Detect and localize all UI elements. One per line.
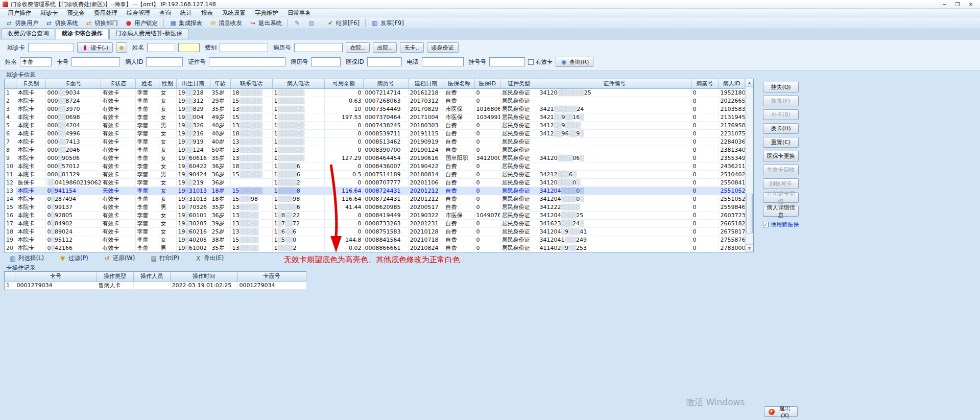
toolbar-button[interactable]: ⇄切换系统 xyxy=(42,18,82,29)
tab-item[interactable]: 门诊病人费用结算-新医保 xyxy=(109,28,188,39)
menu-item[interactable]: 日常事务 xyxy=(283,9,316,17)
scroll-up-icon[interactable]: ▲ xyxy=(746,79,753,87)
key-button[interactable]: ◆ xyxy=(116,42,127,53)
read-id-card-button[interactable]: 读身份证 xyxy=(427,42,459,53)
column-header[interactable]: 联系电话 xyxy=(230,79,272,88)
table-row[interactable]: 6本院卡000▒▒4996有效卡李蕾女19▒▒21640岁18▒▒▒▒▒▒1▒▒… xyxy=(5,129,745,137)
table-row[interactable]: 21本院卡0▒08131有效卡李蕾男19▒5101936岁15▒▒▒▒▒1▒▒▒… xyxy=(5,252,745,252)
menu-item[interactable]: 综合管理 xyxy=(122,9,155,17)
column-header[interactable]: 医保ID xyxy=(474,79,500,88)
menu-item[interactable]: 字典维护 xyxy=(250,9,283,17)
scroll-down-icon[interactable]: ▼ xyxy=(746,244,753,252)
toolbar-button[interactable]: ●用户锁定 xyxy=(122,18,161,29)
toolbar-button[interactable]: ✔结算[F6] xyxy=(323,18,363,29)
table-row[interactable]: 10001279034售病人卡2022-03-19 01:02:25000127… xyxy=(5,281,306,289)
menu-item[interactable]: 就诊卡 xyxy=(36,9,63,17)
column-header[interactable]: 证件编号 xyxy=(538,79,691,88)
visit-card-input[interactable] xyxy=(28,43,74,52)
table-row[interactable]: 11本院卡000▒81329有效卡李蕾男19▒9042436岁15▒▒▒▒▒▒1… xyxy=(5,170,745,178)
column-header[interactable]: 病案号 xyxy=(691,79,719,88)
field-input-4[interactable] xyxy=(367,57,402,66)
column-header[interactable]: 操作人员 xyxy=(133,272,170,281)
toolbar-button[interactable]: ↪退出系统 xyxy=(246,18,285,29)
field-input-1[interactable] xyxy=(146,57,183,66)
scroll-thumb[interactable] xyxy=(746,194,753,234)
no-card-filter-button[interactable]: 无卡.. xyxy=(400,42,424,53)
field-input-5[interactable] xyxy=(422,57,464,66)
table-row[interactable]: 7本院卡000▒▒7413有效卡李蕾女19▒▒91940岁13▒▒▒▒▒▒1▒▒… xyxy=(5,137,745,146)
name-input-1[interactable] xyxy=(147,43,175,52)
table-row[interactable]: 5本院卡000▒▒4204有效卡李蕾男19▒▒32640岁13▒▒▒▒▒▒1▒▒… xyxy=(5,121,745,129)
panel-button[interactable]: 病人详细信息 xyxy=(763,206,799,217)
toolbar-button[interactable]: ⇄切换用户 xyxy=(2,18,42,29)
panel-button[interactable]: 换卡(H) xyxy=(763,123,799,134)
column-header[interactable]: 证件类型 xyxy=(500,79,538,88)
panel-button[interactable]: 失效卡回收 xyxy=(763,165,799,175)
column-header[interactable]: 医保名称 xyxy=(444,79,474,88)
panel-button[interactable]: 打印退卡明细 xyxy=(763,192,799,203)
toolbar-button[interactable]: ✎ xyxy=(290,18,304,28)
column-header[interactable]: 可用余额 xyxy=(324,79,363,88)
grid-toolbar-button[interactable]: ▤打印(P) xyxy=(147,254,182,263)
menu-item[interactable]: 报表 xyxy=(197,9,218,17)
menu-item[interactable]: 系统设置 xyxy=(218,9,250,17)
discharged-filter-button[interactable]: 出院.. xyxy=(373,42,397,53)
query-button[interactable]: ◉ 查询(R) xyxy=(556,57,593,67)
read-card-button[interactable]: ▮ 读卡(-) xyxy=(77,42,113,53)
table-row[interactable]: 3本院卡000▒▒3970有效卡李蕾女19▒▒82935岁13▒▒▒▒▒▒1▒▒… xyxy=(5,105,745,113)
column-header[interactable]: 卡号 xyxy=(15,272,97,281)
table-row[interactable]: 1本院卡000▒▒9034有效卡李蕾女19▒▒21835岁18▒▒▒▒▒▒1▒▒… xyxy=(5,88,745,97)
table-row[interactable]: 16本院卡0▒92805有效卡李蕾女19▒6010136岁13▒▒▒▒▒1▒8▒… xyxy=(5,211,745,219)
table-row[interactable]: 18本院卡0▒89024有效卡李蕾女19▒6021625岁13▒▒▒▒▒1▒6▒… xyxy=(5,227,745,236)
table-row[interactable]: 17本院卡0▒84902有效卡李蕾女19▒3020539岁13▒▒▒▒▒1▒7▒… xyxy=(5,219,745,227)
table-row[interactable]: 10本院卡000▒57012有效卡李蕾女19▒6042236岁18▒▒▒▒▒▒1… xyxy=(5,162,745,170)
column-header[interactable]: 病人电话 xyxy=(272,79,324,88)
grid-toolbar-button[interactable]: ▥列选择(L) xyxy=(6,254,47,263)
inpatient-filter-button[interactable]: 在院.. xyxy=(346,42,370,53)
vertical-scrollbar[interactable]: ▲ ▼ xyxy=(745,79,753,252)
fee-type-input[interactable] xyxy=(220,43,268,52)
maximize-icon[interactable]: ❐ xyxy=(951,1,964,8)
tab-item[interactable]: 收费员综合查询 xyxy=(2,28,55,39)
table-row[interactable]: 14本院卡0▒287494有效卡李蕾女19▒3101318岁15▒▒▒981▒▒… xyxy=(5,195,745,203)
name-query-input[interactable] xyxy=(20,57,52,66)
column-header[interactable]: 病人ID xyxy=(719,79,745,88)
field-input-6[interactable] xyxy=(489,57,525,66)
column-header[interactable]: 卡面号 xyxy=(45,79,101,88)
column-header[interactable]: 性别 xyxy=(159,79,176,88)
column-header[interactable]: 操作时间 xyxy=(170,272,237,281)
table-row[interactable]: 12医保卡▒▒04198602190625有效卡李蕾女19▒▒21936岁1▒▒… xyxy=(5,178,745,186)
menu-item[interactable]: 查询 xyxy=(155,9,176,17)
valid-card-checkbox[interactable]: 有效卡 xyxy=(528,58,553,66)
mr-number-input-1[interactable] xyxy=(294,43,343,52)
menu-item[interactable]: 费用处理 xyxy=(89,9,122,17)
panel-button[interactable]: 补卡(B) xyxy=(763,109,799,120)
menu-item[interactable]: 统计 xyxy=(176,9,197,17)
menu-item[interactable]: 用户操作 xyxy=(3,9,36,17)
table-row[interactable]: 8本院卡000▒▒2046有效卡李蕾女19▒▒12450岁13▒▒▒▒▒▒1▒▒… xyxy=(5,146,745,154)
panel-button[interactable]: 恢复(F) xyxy=(763,96,799,106)
table-row[interactable]: 13本院卡0▒941154无效卡李蕾女19▒3101318岁15▒▒▒▒▒▒1▒… xyxy=(5,186,745,195)
column-header[interactable]: 出生日期 xyxy=(176,79,210,88)
toolbar-button[interactable]: ▨ xyxy=(304,18,319,28)
new-insurance-checkbox[interactable]: ✓使用新医保 xyxy=(763,221,801,228)
field-input-3[interactable] xyxy=(311,57,341,66)
column-header[interactable]: 姓名 xyxy=(135,79,159,88)
grid-toolbar-button[interactable]: ↺还原(W) xyxy=(101,254,138,263)
menu-item[interactable]: 预交金 xyxy=(63,9,90,17)
column-header[interactable]: 病历号 xyxy=(363,79,408,88)
table-row[interactable]: 20本院卡0▒42166有效卡李蕾男19▒6100235岁13▒▒▒▒▒1▒▒▒… xyxy=(5,244,745,252)
panel-button[interactable]: 挂失(Q) xyxy=(763,82,799,92)
table-row[interactable]: 2本院卡000▒▒8724有效卡李蕾女19▒▒31229岁15▒▒▒▒▒▒1▒▒… xyxy=(5,97,745,105)
column-header[interactable]: 年龄 xyxy=(210,79,230,88)
table-row[interactable]: 9本院卡000▒90506有效卡李蕾女19▒6061635岁13▒▒▒▒▒▒1▒… xyxy=(5,154,745,162)
panel-button[interactable]: 医保卡更换 xyxy=(763,151,799,161)
tab-active[interactable]: 就诊卡综合操作 xyxy=(56,28,109,39)
toolbar-button[interactable]: ✉消息收发 xyxy=(206,18,246,29)
column-header[interactable]: 操作类型 xyxy=(97,272,133,281)
table-row[interactable]: 15本院卡0▒99137有效卡李蕾男19▒7032635岁13▒▒▒▒▒1▒▒▒… xyxy=(5,203,745,211)
close-icon[interactable]: ✕ xyxy=(964,1,977,8)
field-input-2[interactable] xyxy=(209,57,285,66)
exit-button[interactable]: 退出(X) xyxy=(764,406,798,417)
toolbar-button[interactable]: ⇄切换部门 xyxy=(82,18,122,29)
